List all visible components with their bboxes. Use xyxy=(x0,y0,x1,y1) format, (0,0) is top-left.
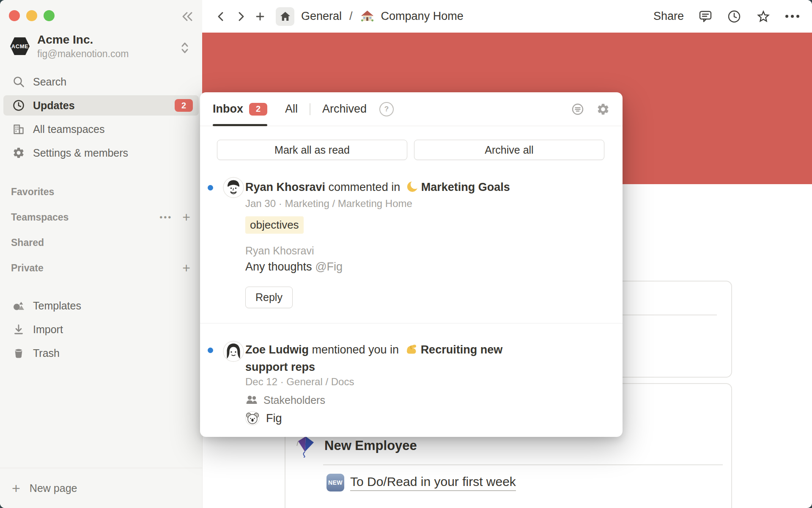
more-options-icon[interactable] xyxy=(785,15,799,18)
mention-fig[interactable]: @Fig xyxy=(315,260,343,273)
topbar: General / Company Home Share xyxy=(202,0,812,33)
biceps-emoji-icon xyxy=(405,342,418,356)
comments-icon[interactable] xyxy=(698,9,713,24)
add-private-page-icon[interactable]: + xyxy=(182,261,190,275)
add-teamspace-icon[interactable]: + xyxy=(182,210,190,224)
sidebar-item-label: Settings & members xyxy=(33,147,128,159)
home-icon[interactable] xyxy=(276,7,294,26)
section-shared[interactable]: Shared xyxy=(11,235,190,250)
new-page-button[interactable]: + New page xyxy=(0,468,202,508)
search-icon xyxy=(12,75,25,88)
plus-icon: + xyxy=(12,481,20,495)
sidebar-item-trash[interactable]: Trash xyxy=(3,343,199,363)
workspace-switcher[interactable]: ACME Acme Inc. fig@makenotion.com xyxy=(10,33,173,60)
notification-title[interactable]: Ryan Khosravi commented in Marketing Goa… xyxy=(245,179,510,196)
sidebar-item-label: Search xyxy=(33,76,66,88)
new-tab-plus-icon[interactable] xyxy=(254,10,266,23)
mark-all-read-button[interactable]: Mark all as read xyxy=(217,140,407,160)
notification-meta: Dec 12 · General / Docs xyxy=(245,376,354,388)
settings-gear-icon[interactable] xyxy=(596,102,610,116)
zoom-window-button[interactable] xyxy=(44,10,55,21)
sidebar-item-label: Templates xyxy=(33,300,81,312)
comment-text: Any thoughts @Fig xyxy=(245,260,343,273)
sidebar-item-updates[interactable]: Updates 2 xyxy=(3,95,199,116)
download-icon xyxy=(12,323,25,336)
notification-title[interactable]: Zoe Ludwig mentioned you in Recruiting n… xyxy=(245,341,516,376)
reply-button[interactable]: Reply xyxy=(245,287,293,308)
clock-icon xyxy=(12,99,25,112)
workspace-email: fig@makenotion.com xyxy=(37,48,129,59)
people-icon xyxy=(245,394,258,406)
sidebar-item-import[interactable]: Import xyxy=(3,319,199,340)
tab-archived[interactable]: Archived xyxy=(322,92,367,126)
help-icon[interactable]: ? xyxy=(379,102,394,116)
favorite-star-icon[interactable] xyxy=(756,9,771,24)
trash-icon xyxy=(12,346,25,360)
updates-tabs-header: Inbox 2 All Archived ? xyxy=(200,92,623,126)
unread-dot xyxy=(208,348,213,353)
collapse-sidebar-icon[interactable] xyxy=(180,9,195,24)
stakeholders-property: Stakeholders xyxy=(245,394,325,406)
back-icon[interactable] xyxy=(215,10,228,23)
section-teamspaces[interactable]: Teamspaces ••• + xyxy=(11,210,190,224)
tab-divider xyxy=(310,103,310,115)
comment-author: Ryan Khosravi xyxy=(245,245,314,257)
shapes-icon xyxy=(12,299,25,312)
sidebar-item-label: Trash xyxy=(33,347,60,359)
window-controls xyxy=(9,10,55,21)
workspace-switch-chevrons-icon[interactable] xyxy=(178,41,191,55)
avatar-zoe xyxy=(223,341,244,362)
workspace-name: Acme Inc. xyxy=(37,33,129,47)
inbox-count-badge: 2 xyxy=(249,103,267,116)
minimize-window-button[interactable] xyxy=(26,10,37,21)
buildings-icon xyxy=(12,122,25,136)
more-icon[interactable]: ••• xyxy=(159,213,172,222)
gear-icon xyxy=(12,146,25,160)
workspace-logo: ACME xyxy=(10,37,30,55)
sidebar-item-all-teamspaces[interactable]: All teamspaces xyxy=(3,119,199,139)
person-chip-fig[interactable]: Fig xyxy=(245,411,282,425)
breadcrumb-page[interactable]: Company Home xyxy=(381,10,464,23)
kite-emoji-icon xyxy=(296,436,315,458)
moon-emoji-icon xyxy=(406,180,419,193)
avatar-ryan xyxy=(223,177,244,198)
updates-count-badge: 2 xyxy=(175,99,193,112)
house-emoji-icon xyxy=(360,9,374,23)
filter-icon[interactable] xyxy=(571,102,584,116)
sidebar-item-templates[interactable]: Templates xyxy=(3,295,199,316)
page-title: New Employee xyxy=(324,438,417,453)
breadcrumb-root[interactable]: General xyxy=(301,10,342,23)
section-private[interactable]: Private + xyxy=(11,261,190,275)
notification-divider xyxy=(200,323,623,323)
notion-window: ACME Acme Inc. fig@makenotion.com Search xyxy=(0,0,812,508)
sidebar-item-label: All teamspaces xyxy=(33,123,105,135)
archive-all-button[interactable]: Archive all xyxy=(414,140,604,160)
tab-all[interactable]: All xyxy=(285,92,298,126)
sidebar-item-label: Updates xyxy=(33,99,75,112)
share-button[interactable]: Share xyxy=(653,10,684,23)
avatar-fig-koala xyxy=(245,411,260,425)
sidebar-item-search[interactable]: Search xyxy=(3,72,199,92)
sidebar-item-label: Import xyxy=(33,323,63,336)
unread-dot xyxy=(208,185,213,190)
sidebar: ACME Acme Inc. fig@makenotion.com Search xyxy=(0,0,203,508)
new-emoji-icon: NEW xyxy=(326,474,344,491)
tab-inbox[interactable]: Inbox 2 xyxy=(213,92,267,126)
history-clock-icon[interactable] xyxy=(727,9,741,24)
close-window-button[interactable] xyxy=(9,10,20,21)
forward-icon[interactable] xyxy=(234,10,247,23)
heading-divider xyxy=(323,464,723,465)
notification-meta: Jan 30 · Marketing / Marketing Home xyxy=(245,198,412,210)
sidebar-item-settings[interactable]: Settings & members xyxy=(3,143,199,163)
section-favorites[interactable]: Favorites xyxy=(11,185,190,199)
highlighted-text: objectives xyxy=(245,216,304,234)
todo-page-link[interactable]: To Do/Read in your first week xyxy=(350,475,516,491)
updates-popup: Inbox 2 All Archived ? Mark all as read xyxy=(200,92,623,437)
breadcrumb-separator: / xyxy=(349,10,353,23)
